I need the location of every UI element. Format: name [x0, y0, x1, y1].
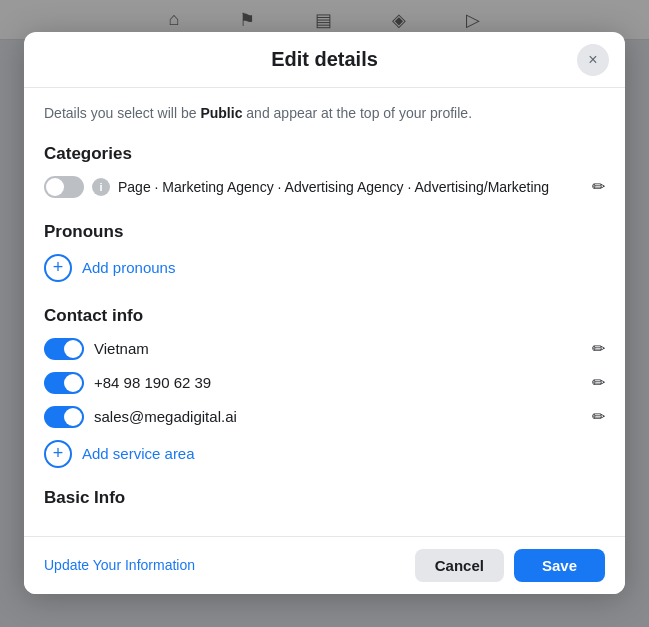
basic-info-section: Basic Info [44, 488, 605, 508]
pronouns-label: Pronouns [44, 222, 605, 242]
pronouns-section: Pronouns + Add pronouns [44, 222, 605, 282]
categories-info-icon[interactable]: i [92, 178, 110, 196]
add-pronouns-row[interactable]: + Add pronouns [44, 254, 605, 282]
phone-text: +84 98 190 62 39 [94, 374, 582, 391]
vietnam-text: Vietnam [94, 340, 582, 357]
categories-row: i Page · Marketing Agency · Advertising … [44, 176, 605, 198]
update-link[interactable]: Update Your Information [44, 557, 195, 573]
phone-edit-icon[interactable]: ✏ [592, 373, 605, 392]
add-service-text: Add service area [82, 445, 195, 462]
categories-edit-icon[interactable]: ✏ [592, 177, 605, 196]
email-toggle-slider [44, 406, 84, 428]
footer-buttons: Cancel Save [415, 549, 605, 582]
phone-toggle-slider [44, 372, 84, 394]
info-text-before: Details you select will be [44, 105, 200, 121]
categories-toggle[interactable] [44, 176, 84, 198]
phone-toggle[interactable] [44, 372, 84, 394]
categories-toggle-slider [44, 176, 84, 198]
modal-footer: Update Your Information Cancel Save [24, 536, 625, 594]
add-service-area-row[interactable]: + Add service area [44, 440, 605, 468]
categories-value: Page · Marketing Agency · Advertising Ag… [118, 179, 584, 195]
modal-header: Edit details × [24, 32, 625, 88]
contact-info-label: Contact info [44, 306, 605, 326]
email-toggle[interactable] [44, 406, 84, 428]
save-button[interactable]: Save [514, 549, 605, 582]
close-button[interactable]: × [577, 44, 609, 76]
info-text-bold: Public [200, 105, 242, 121]
add-pronouns-text: Add pronouns [82, 259, 175, 276]
modal-title: Edit details [271, 48, 378, 71]
modal-body: Details you select will be Public and ap… [24, 88, 625, 536]
contact-row-phone: +84 98 190 62 39 ✏ [44, 372, 605, 394]
vietnam-toggle[interactable] [44, 338, 84, 360]
vietnam-edit-icon[interactable]: ✏ [592, 339, 605, 358]
edit-details-modal: Edit details × Details you select will b… [24, 32, 625, 594]
contact-row-email: sales@megadigital.ai ✏ [44, 406, 605, 428]
cancel-button[interactable]: Cancel [415, 549, 504, 582]
categories-label: Categories [44, 144, 605, 164]
vietnam-toggle-slider [44, 338, 84, 360]
basic-info-label: Basic Info [44, 488, 605, 508]
email-edit-icon[interactable]: ✏ [592, 407, 605, 426]
add-pronouns-plus-icon: + [44, 254, 72, 282]
categories-section: Categories i Page · Marketing Agency · A… [44, 144, 605, 198]
add-service-plus-icon: + [44, 440, 72, 468]
contact-row-vietnam: Vietnam ✏ [44, 338, 605, 360]
info-text: Details you select will be Public and ap… [44, 104, 605, 124]
contact-info-section: Contact info Vietnam ✏ +84 98 190 62 39 … [44, 306, 605, 468]
info-text-after: and appear at the top of your profile. [242, 105, 472, 121]
email-text: sales@megadigital.ai [94, 408, 582, 425]
